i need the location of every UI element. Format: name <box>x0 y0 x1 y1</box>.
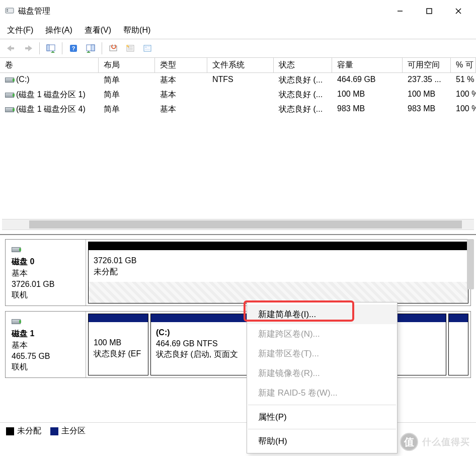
menu-file[interactable]: 文件(F) <box>7 25 33 36</box>
partition-size: 3726.01 GB <box>94 255 463 266</box>
volume-type: 基本 <box>155 74 207 87</box>
vertical-scrollbar[interactable] <box>467 239 474 289</box>
window-controls <box>385 0 473 22</box>
svg-rect-4 <box>427 9 432 14</box>
svg-rect-24 <box>147 46 150 47</box>
help-button[interactable]: ? <box>66 41 81 55</box>
partition-size: 100 MB <box>94 337 143 348</box>
svg-text:?: ? <box>72 45 75 51</box>
volume-list: 卷 布局 类型 文件系统 状态 容量 可用空间 % 可 (C:) 简单 基本 N… <box>0 58 476 230</box>
volume-row[interactable]: (磁盘 1 磁盘分区 1) 简单 基本 状态良好 (... 100 MB 100… <box>0 88 476 102</box>
menu-action[interactable]: 操作(A) <box>45 25 72 36</box>
svg-rect-23 <box>145 46 147 48</box>
partition-unallocated[interactable]: 3726.01 GB 未分配 <box>88 242 468 303</box>
pane-divider[interactable] <box>0 230 476 234</box>
context-help[interactable]: 帮助(H) <box>247 431 397 451</box>
refresh-button[interactable] <box>106 41 120 55</box>
volume-status: 状态良好 (... <box>274 103 332 116</box>
disk-info[interactable]: 磁盘 0 基本 3726.01 GB 联机 <box>6 240 86 306</box>
settings-list-button[interactable] <box>123 41 137 55</box>
disk-row-1: 磁盘 1 基本 465.75 GB 联机 100 MB 状态良好 (EF (C:… <box>5 311 471 378</box>
app-icon <box>5 7 14 16</box>
disk-row-0: 磁盘 0 基本 3726.01 GB 联机 3726.01 GB 未分配 <box>5 239 471 306</box>
disk-size: 465.75 GB <box>12 352 80 361</box>
col-status[interactable]: 状态 <box>274 58 332 72</box>
col-capacity[interactable]: 容量 <box>332 58 403 72</box>
toolbar-separator <box>62 42 62 54</box>
legend-primary-label: 主分区 <box>61 426 86 435</box>
volume-row[interactable]: (磁盘 1 磁盘分区 4) 简单 基本 状态良好 (... 983 MB 983… <box>0 102 476 117</box>
svg-marker-9 <box>28 45 32 51</box>
volume-layout: 简单 <box>99 74 155 87</box>
toolbar-separator <box>39 42 40 54</box>
volume-pct: 100 % <box>451 103 476 116</box>
nav-forward-button[interactable] <box>21 41 35 55</box>
legend-unallocated-label: 未分配 <box>17 426 41 435</box>
disk-icon <box>12 317 80 326</box>
toolbar-separator <box>102 42 102 54</box>
titlebar: 磁盘管理 <box>0 0 476 22</box>
volume-fs <box>207 103 274 116</box>
volume-fs: NTFS <box>207 74 274 87</box>
disk-status: 联机 <box>12 362 80 372</box>
svg-rect-12 <box>47 45 49 51</box>
volume-free: 237.35 ... <box>403 74 451 87</box>
disk-status: 联机 <box>12 290 80 300</box>
legend-unallocated: 未分配 <box>6 426 41 436</box>
context-menu: 新建简单卷(I)... 新建跨区卷(N)... 新建带区卷(T)... 新建镜像… <box>247 302 398 453</box>
action-panel-button[interactable] <box>84 41 98 55</box>
watermark-badge-icon: 值 <box>400 433 418 451</box>
svg-point-21 <box>126 45 128 47</box>
volume-layout: 简单 <box>99 103 155 116</box>
volume-row[interactable]: (C:) 简单 基本 NTFS 状态良好 (... 464.69 GB 237.… <box>0 73 476 88</box>
volume-pct: 51 % <box>451 74 476 87</box>
disk-icon <box>5 107 14 112</box>
context-new-simple-volume[interactable]: 新建简单卷(I)... <box>247 305 397 324</box>
menu-view[interactable]: 查看(V) <box>85 25 111 36</box>
horizontal-scrollbar[interactable] <box>2 219 474 230</box>
disk-name: 磁盘 1 <box>12 329 80 339</box>
partition-stripe-unallocated <box>89 242 468 250</box>
disk-graphical-panel: 磁盘 0 基本 3726.01 GB 联机 3726.01 GB 未分配 磁盘 … <box>0 234 476 439</box>
col-fs[interactable]: 文件系统 <box>207 58 274 72</box>
col-pct[interactable]: % 可 <box>451 58 476 72</box>
partition-trailing[interactable] <box>448 314 468 375</box>
volume-name: (磁盘 1 磁盘分区 4) <box>16 105 86 113</box>
close-button[interactable] <box>444 0 473 22</box>
toolbar: ? <box>0 39 476 58</box>
volume-type: 基本 <box>155 103 207 116</box>
col-volume[interactable]: 卷 <box>0 58 99 72</box>
minimize-button[interactable] <box>385 0 415 22</box>
disk-info[interactable]: 磁盘 1 基本 465.75 GB 联机 <box>6 312 86 377</box>
partition-stripe-primary <box>449 314 468 322</box>
svg-marker-18 <box>87 51 91 53</box>
nav-back-button[interactable] <box>4 41 18 55</box>
context-properties[interactable]: 属性(P) <box>247 407 397 427</box>
col-type[interactable]: 类型 <box>155 58 207 72</box>
scrollbar-thumb[interactable] <box>29 220 462 229</box>
swatch-unallocated-icon <box>6 427 14 435</box>
volume-free: 983 MB <box>403 103 451 116</box>
svg-rect-10 <box>25 47 28 49</box>
show-hide-console-button[interactable] <box>44 41 58 55</box>
col-free[interactable]: 可用空间 <box>403 58 451 72</box>
svg-rect-2 <box>7 11 8 12</box>
partition-state: 未分配 <box>94 266 463 277</box>
partition-efi[interactable]: 100 MB 状态良好 (EF <box>88 314 148 375</box>
volume-capacity: 983 MB <box>332 103 403 116</box>
menu-help[interactable]: 帮助(H) <box>123 25 150 36</box>
settings-detail-button[interactable] <box>140 41 154 55</box>
disk-size: 3726.01 GB <box>12 280 80 289</box>
context-separator <box>248 429 396 429</box>
svg-rect-17 <box>91 45 95 51</box>
volume-type: 基本 <box>155 89 207 101</box>
context-separator <box>248 405 396 405</box>
disk-type: 基本 <box>12 340 80 351</box>
col-layout[interactable]: 布局 <box>99 58 155 72</box>
watermark-text: 什么值得买 <box>422 436 470 448</box>
volume-status: 状态良好 (... <box>274 89 332 101</box>
context-new-raid5-volume: 新建 RAID-5 卷(W)... <box>247 383 397 403</box>
volume-name: (C:) <box>16 75 30 84</box>
volume-capacity: 100 MB <box>332 89 403 101</box>
maximize-button[interactable] <box>415 0 444 22</box>
